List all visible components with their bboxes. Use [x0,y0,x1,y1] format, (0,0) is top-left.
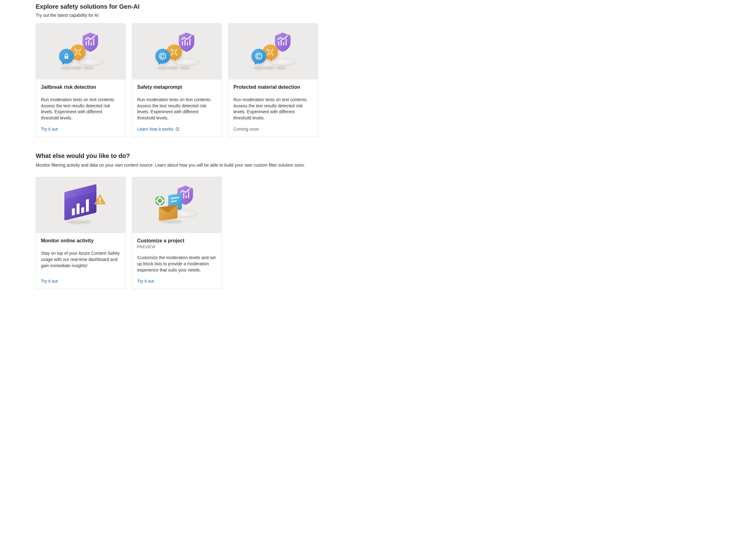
section2-cards: Monitor online activity Stay on top of y… [36,177,720,289]
card-illustration [132,24,222,79]
section2-title: What else would you like to do? [36,152,720,160]
card-description: Run moderation tests on text contents. A… [233,97,313,121]
svg-point-17 [272,54,273,55]
card-title: Monitor online activity [41,238,120,244]
svg-point-20 [99,202,101,203]
preview-badge: PREVIEW [137,245,217,249]
card-illustration [132,177,222,233]
gear-icon [155,195,165,206]
learn-how-it-works-link[interactable]: Learn how it works [137,126,217,131]
card-title: Protected material detection [233,84,313,90]
envelope-icon [159,205,178,221]
card-protected-material-detection[interactable]: Protected material detection Run moderat… [228,23,318,137]
card-illustration [36,177,125,233]
svg-point-1 [75,49,76,50]
card-description: Customize the moderation levels and set … [137,255,217,273]
svg-point-15 [272,49,273,50]
external-link-icon [175,127,180,131]
svg-point-16 [267,54,268,55]
svg-point-30 [159,200,161,202]
svg-rect-19 [99,197,101,201]
dashboard-icon [64,184,96,221]
card-description: Stay on top of your Azure Content Safety… [41,251,120,269]
card-title: Safety metaprompt [137,84,217,90]
speech-bubble-blue-icon [251,49,266,64]
card-safety-metaprompt[interactable]: Safety metaprompt Run moderation tests o… [132,23,222,137]
card-description: Run moderation tests on text contents. A… [137,97,217,121]
card-illustration [228,24,318,79]
svg-point-12 [160,53,166,59]
warning-icon [94,193,106,205]
card-monitor-online-activity[interactable]: Monitor online activity Stay on top of y… [36,177,126,289]
svg-point-10 [171,54,172,55]
section1-title: Explore safety solutions for Gen-AI [36,3,720,10]
lock-icon [63,52,70,60]
link-label: Learn how it works [137,126,174,131]
card-title: Customize a project [137,238,217,244]
section1-cards: Jailbreak risk detection Run moderation … [36,23,720,137]
card-jailbreak-risk-detection[interactable]: Jailbreak risk detection Run moderation … [36,23,126,137]
copyright-icon [255,52,263,60]
card-illustration [36,24,125,79]
card-customize-a-project[interactable]: Customize a project PREVIEW Customize th… [132,177,222,289]
try-it-out-link[interactable]: Try it out [41,126,120,131]
svg-point-11 [176,54,177,55]
coming-soon-label: Coming soon [233,126,313,131]
copyright-icon [159,52,167,60]
card-title: Jailbreak risk detection [41,84,120,90]
try-it-out-link[interactable]: Try it out [137,279,217,284]
svg-point-2 [80,49,81,50]
card-description: Run moderation tests on text contents. A… [41,97,120,121]
try-it-out-link[interactable]: Try it out [41,279,120,284]
svg-point-8 [171,49,172,50]
svg-point-9 [176,49,177,50]
section1-subtitle: Try out the latest capability for AI [36,13,720,18]
section2-subtitle: Monitor filtering activity and data on y… [36,163,720,168]
svg-point-4 [80,54,81,55]
svg-point-6 [66,57,67,58]
svg-point-3 [75,54,76,55]
speech-bubble-blue-icon [155,49,170,64]
svg-point-18 [256,53,262,59]
speech-bubble-blue-icon [59,49,74,64]
svg-point-14 [267,49,268,50]
